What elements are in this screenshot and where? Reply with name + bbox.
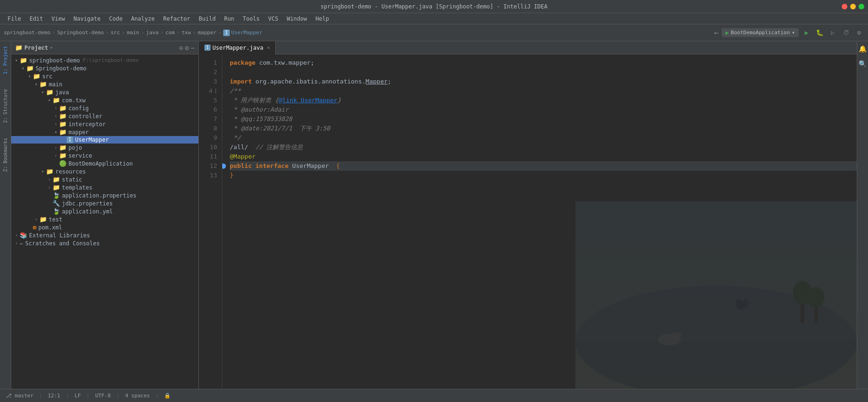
package-icon: 📁	[59, 105, 67, 112]
tree-item-Springboot-demo[interactable]: ▾ 📁 Springboot-demo	[11, 64, 198, 72]
scope-icon[interactable]: ⊙	[179, 44, 183, 52]
notifications-icon[interactable]: 🔔	[857, 43, 868, 54]
bc-com[interactable]: com	[166, 30, 175, 36]
bc-mapper[interactable]: mapper	[198, 30, 217, 36]
tree-item-java[interactable]: ▾ 📁 java	[11, 88, 198, 96]
package-icon: 📁	[59, 152, 67, 159]
menu-file[interactable]: File	[4, 15, 25, 23]
tree-item-pom[interactable]: m pom.xml	[11, 223, 198, 231]
tree-item-app-yml[interactable]: 🍃 application.yml	[11, 207, 198, 215]
tab-structure[interactable]: 2: Structure	[2, 86, 9, 126]
bc-java[interactable]: java	[146, 30, 159, 36]
tree-item-com-txw[interactable]: ▾ 📁 com.txw	[11, 96, 198, 104]
expand-arrow: ▾	[39, 90, 46, 95]
tree-label: com.txw	[62, 97, 86, 104]
code-line-9: */	[230, 133, 857, 143]
tree-item-BootDemoApplication[interactable]: 🟢 BootDemoApplication	[11, 159, 198, 167]
menu-window[interactable]: Window	[283, 15, 310, 23]
encoding-indicator[interactable]: UTF-8	[93, 393, 113, 399]
menu-view[interactable]: View	[48, 15, 69, 23]
tree-label: pojo	[68, 144, 82, 151]
left-sidebar-tabs: 1: Project 2: Structure Z: Bookmarks	[0, 41, 11, 389]
tree-item-UserMapper[interactable]: I UserMapper	[11, 136, 198, 144]
tree-item-springboot-demo[interactable]: ▾ 📁 springboot-demo F:\springboot-demo	[11, 56, 198, 64]
scratches-icon: ✏️	[20, 240, 23, 247]
bc-module[interactable]: Springboot-demo	[57, 30, 104, 36]
menu-edit[interactable]: Edit	[26, 15, 47, 23]
code-content[interactable]: package com.txw.mapper; import org.apach…	[222, 54, 857, 389]
code-editor[interactable]: 1 2 3 4 | 5 6 7 8 9 10 11 12 13	[199, 54, 857, 389]
tree-item-static[interactable]: › 📁 static	[11, 175, 198, 183]
tab-close-icon[interactable]: ×	[267, 45, 270, 50]
bc-txw[interactable]: txw	[181, 30, 191, 36]
tree-item-app-properties[interactable]: 🍃 application.properties	[11, 191, 198, 199]
line-separator[interactable]: LF	[73, 393, 83, 399]
settings-button[interactable]: ⚙	[854, 28, 864, 38]
tree-item-pojo[interactable]: › 📁 pojo	[11, 144, 198, 152]
tab-bookmarks[interactable]: Z: Bookmarks	[2, 135, 9, 174]
menu-code[interactable]: Code	[106, 15, 127, 23]
git-branch[interactable]: ⎇ master	[4, 393, 35, 399]
profile-button[interactable]: ⏱	[841, 28, 851, 38]
main-layout: 1: Project 2: Structure Z: Bookmarks 📁 P…	[0, 41, 868, 389]
tree-item-src[interactable]: ▾ 📁 src	[11, 72, 198, 80]
minimize-button[interactable]: −	[850, 4, 856, 9]
menu-run[interactable]: Run	[220, 15, 238, 23]
menu-help[interactable]: Help	[312, 15, 333, 23]
menu-build[interactable]: Build	[195, 15, 219, 23]
tree-item-jdbc-properties[interactable]: 🔧 jdbc.properties	[11, 199, 198, 207]
bc-main[interactable]: main	[127, 30, 139, 36]
tree-label: Springboot-demo	[36, 65, 86, 72]
line-col-indicator[interactable]: 12:1	[46, 393, 62, 399]
run-area: ← ▶ BootDemoApplication ▾ ▶ 🐛 ▷ ⏱ ⚙	[714, 28, 864, 38]
debug-button[interactable]: 🐛	[815, 28, 825, 38]
interface-icon: I	[67, 137, 73, 143]
menu-analyze[interactable]: Analyze	[127, 15, 159, 23]
tree-item-external-libs[interactable]: › 📚 External Libraries	[11, 231, 198, 239]
test-folder-icon: 📁	[39, 216, 47, 223]
bc-project[interactable]: springboot-demo	[4, 30, 50, 36]
tree-item-mapper[interactable]: ▾ 📁 mapper	[11, 128, 198, 136]
tab-project[interactable]: 1: Project	[2, 43, 9, 77]
tree-item-controller[interactable]: › 📁 controller	[11, 112, 198, 120]
properties-icon: 🍃	[53, 192, 60, 199]
project-header-actions: ⊙ ⚙ −	[179, 44, 195, 52]
package-icon: 📁	[59, 113, 67, 120]
bc-src[interactable]: src	[111, 30, 120, 36]
tree-item-test[interactable]: › 📁 test	[11, 215, 198, 223]
window-title: springboot-demo - UserMapper.java [Sprin…	[320, 3, 547, 10]
run-coverage-button[interactable]: ▷	[828, 28, 838, 38]
menu-refactor[interactable]: Refactor	[159, 15, 194, 23]
menu-navigate[interactable]: Navigate	[70, 15, 105, 23]
tree-item-resources[interactable]: ▾ 📁 resources	[11, 167, 198, 175]
tree-item-config[interactable]: › 📁 config	[11, 104, 198, 112]
run-button[interactable]: ▶	[801, 28, 812, 38]
tree-item-main[interactable]: ▾ 📁 main	[11, 80, 198, 88]
settings-icon[interactable]: ⚙	[185, 44, 189, 52]
editor-tabs: I UserMapper.java ×	[199, 41, 857, 54]
tree-label: service	[68, 152, 92, 159]
indent-indicator[interactable]: 4 spaces	[123, 393, 152, 399]
bc-file[interactable]: IUserMapper	[223, 30, 262, 36]
tree-item-templates[interactable]: › 📁 templates	[11, 183, 198, 191]
tree-item-service[interactable]: › 📁 service	[11, 152, 198, 159]
search-everywhere-icon[interactable]: 🔍	[857, 58, 868, 69]
collapse-icon[interactable]: −	[191, 44, 195, 52]
run-config-dropdown[interactable]: ▾	[792, 30, 795, 36]
code-line-2	[230, 68, 857, 77]
back-nav-icon[interactable]: ←	[714, 28, 719, 37]
tree-item-scratches[interactable]: › ✏️ Scratches and Consoles	[11, 239, 198, 247]
menu-vcs[interactable]: VCS	[264, 15, 282, 23]
project-dropdown-icon[interactable]: ▾	[50, 45, 53, 50]
package-icon: 📁	[53, 97, 60, 104]
run-config-selector[interactable]: ▶ BootDemoApplication ▾	[722, 28, 799, 37]
tree-label: BootDemoApplication	[68, 160, 133, 167]
menu-tools[interactable]: Tools	[239, 15, 264, 23]
expand-arrow: ▾	[13, 58, 20, 63]
editor-tab-UserMapper[interactable]: I UserMapper.java ×	[199, 41, 276, 54]
code-line-5: * 用户映射类 {@link UserMapper}	[230, 96, 857, 105]
maximize-button[interactable]: +	[859, 4, 864, 9]
expand-arrow: ›	[33, 217, 39, 222]
close-button[interactable]: ×	[842, 4, 847, 9]
tree-item-interceptor[interactable]: › 📁 interceptor	[11, 120, 198, 128]
